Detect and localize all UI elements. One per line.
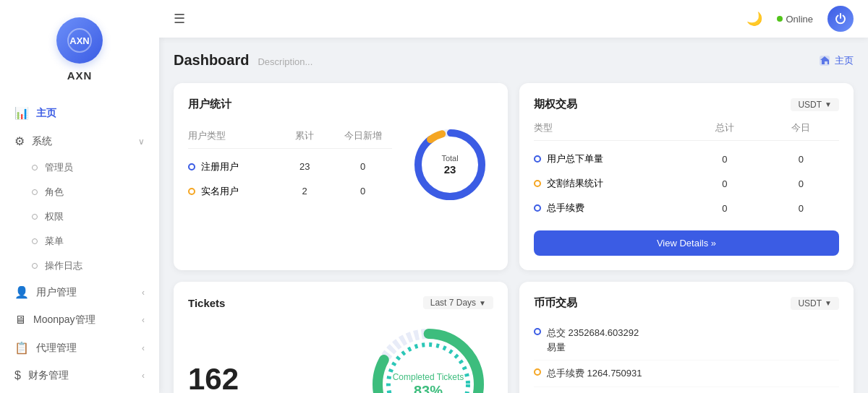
sidebar-item-permission-label: 权限 xyxy=(45,210,64,223)
sidebar-item-moonpay-label: Moonpay管理 xyxy=(33,314,95,327)
sub-dot-oplog xyxy=(32,263,38,269)
sub-dot-menu xyxy=(32,238,38,244)
row-registered: 注册用户 xyxy=(188,160,276,173)
sidebar-item-agent[interactable]: 📋 代理管理 ‹ xyxy=(0,334,159,362)
home-breadcrumb-icon xyxy=(819,55,830,66)
sidebar-menu: 📊 主页 ⚙ 系统 ∨ 管理员 角色 权限 菜单 xyxy=(0,93,159,393)
sidebar-item-finance[interactable]: $ 财务管理 ‹ xyxy=(0,362,159,389)
row-verified: 实名用户 xyxy=(188,185,276,198)
row-verified-total: 2 xyxy=(276,186,334,196)
sidebar-item-moonpay[interactable]: 🖥 Moonpay管理 ‹ xyxy=(0,306,159,334)
coin-label-total-fee: 总手续费 1264.750931 xyxy=(547,366,642,381)
sidebar-item-permission[interactable]: 权限 xyxy=(0,204,159,229)
coin-dot-total-fee xyxy=(534,368,541,376)
moon-icon[interactable]: 🌙 xyxy=(746,11,762,27)
col-today-header: 今日新增 xyxy=(333,129,392,142)
chevron-right-icon-agent: ‹ xyxy=(142,343,145,353)
user-donut-section: Total 23 xyxy=(407,121,493,211)
coin-exchange-badge-arrow: ▼ xyxy=(825,299,832,307)
futures-view-details-button[interactable]: View Details » xyxy=(534,230,839,256)
topbar-left: ☰ xyxy=(174,11,185,27)
ft-settlement-total: 0 xyxy=(686,178,763,189)
user-stats-row-registered: 注册用户 23 0 xyxy=(188,155,392,179)
coin-exchange-rows: 总交 2352684.603292易量 总手续费 1264.750931 今日交… xyxy=(534,320,839,393)
ft-settlement-today: 0 xyxy=(763,178,840,189)
user-stats-col-headers: 用户类型 累计 今日新增 xyxy=(188,129,392,149)
sidebar-item-agent-label: 代理管理 xyxy=(36,342,77,355)
ft-col-today: 今日 xyxy=(763,121,840,134)
home-breadcrumb-link[interactable]: 主页 xyxy=(819,54,854,67)
home-breadcrumb-label: 主页 xyxy=(835,54,854,67)
coin-exchange-badge[interactable]: USDT ▼ xyxy=(791,297,839,310)
cards-grid: 用户统计 用户类型 累计 今日新增 xyxy=(174,83,854,393)
svg-text:AXN: AXN xyxy=(69,35,89,46)
ft-label-orders-text: 用户总下单量 xyxy=(547,152,603,165)
topbar-right: 🌙 Online xyxy=(746,6,854,32)
chevron-right-icon-moonpay: ‹ xyxy=(142,315,145,325)
svg-text:83%: 83% xyxy=(414,383,443,393)
sidebar-item-role[interactable]: 角色 xyxy=(0,180,159,204)
tickets-donut: Completed Tickets 83% xyxy=(363,319,493,393)
power-button[interactable] xyxy=(827,6,854,32)
sidebar-item-user-mgmt[interactable]: 👤 用户管理 ‹ xyxy=(0,278,159,306)
home-icon: 📊 xyxy=(14,106,29,120)
tickets-left: 162 Tickets xyxy=(188,364,349,393)
sidebar-item-menu-label: 菜单 xyxy=(45,235,64,248)
page-description: Description... xyxy=(258,56,312,67)
futures-table: 类型 总计 今日 用户总下单量 0 0 xyxy=(534,121,839,220)
sidebar-item-oplog-label: 操作日志 xyxy=(45,259,82,272)
ft-dot-fee xyxy=(534,204,541,212)
ft-label-settlement: 交割结果统计 xyxy=(534,177,686,190)
coin-exchange-title: 币币交易 xyxy=(534,296,577,310)
futures-col-headers: 类型 总计 今日 xyxy=(534,121,839,141)
coin-row-total-trade: 总交 2352684.603292易量 xyxy=(534,320,839,360)
ft-fee-total: 0 xyxy=(686,203,763,214)
sidebar-item-coin[interactable]: B 币币交易 ‹ xyxy=(0,389,159,393)
ft-label-fee: 总手续费 xyxy=(534,202,686,215)
chevron-right-icon-user: ‹ xyxy=(142,288,145,298)
sub-dot-permission xyxy=(32,214,38,220)
chevron-right-icon-finance: ‹ xyxy=(142,371,145,381)
agent-icon: 📋 xyxy=(14,341,29,355)
coin-exchange-badge-label: USDT xyxy=(798,298,822,308)
dot-verified xyxy=(188,188,195,195)
sidebar-item-menu[interactable]: 菜单 xyxy=(0,229,159,254)
futures-row-orders: 用户总下单量 0 0 xyxy=(534,147,839,171)
sidebar: AXN AXN 📊 主页 ⚙ 系统 ∨ 管理员 角色 权限 xyxy=(0,0,159,393)
system-icon: ⚙ xyxy=(14,134,25,148)
sidebar-item-home-label: 主页 xyxy=(36,107,56,120)
sidebar-item-user-label: 用户管理 xyxy=(36,286,77,299)
sidebar-item-system[interactable]: ⚙ 系统 ∨ xyxy=(0,127,159,155)
row-registered-label: 注册用户 xyxy=(201,160,239,173)
futures-badge[interactable]: USDT ▼ xyxy=(791,98,839,111)
tickets-dropdown[interactable]: Last 7 Days ▼ xyxy=(423,296,493,309)
futures-title: 期权交易 xyxy=(534,98,577,111)
tickets-title: Tickets xyxy=(188,297,225,309)
logo-name: AXN xyxy=(67,69,93,82)
ft-label-settlement-text: 交割结果统计 xyxy=(547,177,603,190)
online-label: Online xyxy=(786,14,813,25)
svg-text:23: 23 xyxy=(444,163,456,176)
hamburger-icon[interactable]: ☰ xyxy=(174,11,185,27)
dot-registered xyxy=(188,163,195,170)
sidebar-item-system-label: 系统 xyxy=(32,135,52,148)
coin-exchange-header: 币币交易 USDT ▼ xyxy=(534,296,839,310)
user-stats-row-verified: 实名用户 2 0 xyxy=(188,179,392,204)
ft-label-fee-text: 总手续费 xyxy=(547,202,584,215)
tickets-dropdown-arrow: ▼ xyxy=(479,299,486,307)
futures-header: 期权交易 USDT ▼ xyxy=(534,98,839,111)
page-header: Dashboard Description... 主页 xyxy=(174,52,854,69)
sidebar-item-oplog[interactable]: 操作日志 xyxy=(0,254,159,278)
user-stats-header: 用户统计 xyxy=(188,98,493,111)
col-type-header: 用户类型 xyxy=(188,129,276,142)
user-stats-table-section: 用户类型 累计 今日新增 注册用户 23 0 xyxy=(188,129,392,204)
sidebar-item-admin[interactable]: 管理员 xyxy=(0,155,159,180)
tickets-donut-chart: Completed Tickets 83% xyxy=(363,319,493,393)
svg-text:Total: Total xyxy=(441,154,458,163)
moonpay-icon: 🖥 xyxy=(14,314,26,327)
sidebar-item-home[interactable]: 📊 主页 xyxy=(0,99,159,127)
page-title: Dashboard xyxy=(174,52,249,69)
tickets-count: 162 xyxy=(188,364,349,393)
user-stats-inner: 用户类型 累计 今日新增 注册用户 23 0 xyxy=(188,121,493,211)
ft-col-total: 总计 xyxy=(686,121,763,134)
